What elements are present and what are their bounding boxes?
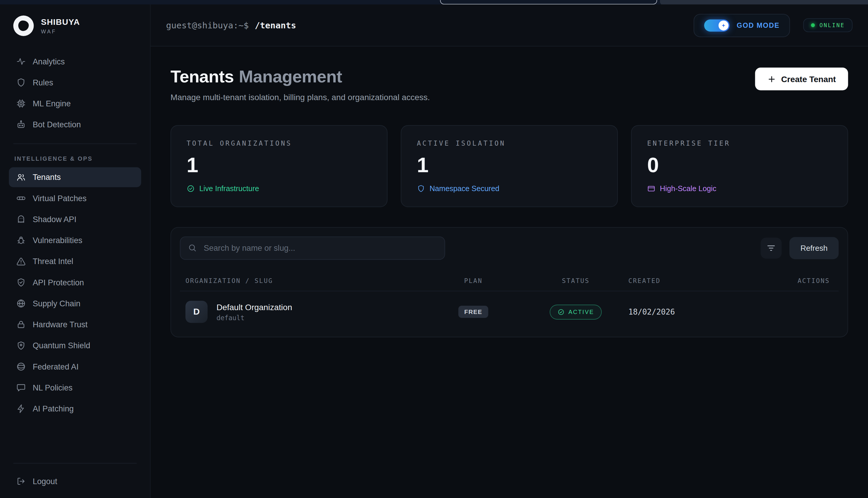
sidebar-item-label: Bot Detection [33, 120, 81, 129]
bandage-icon [16, 193, 26, 203]
online-label: ONLINE [819, 22, 845, 28]
sidebar-item-label: Federated AI [33, 362, 79, 371]
sparkle-icon [721, 23, 726, 28]
sidebar-item-label: Analytics [33, 57, 65, 66]
create-tenant-button[interactable]: Create Tenant [755, 68, 848, 90]
sidebar-item-ai-patching[interactable]: AI Patching [9, 399, 141, 419]
sidebar-divider [13, 463, 137, 464]
stat-value: 1 [187, 155, 371, 175]
sidebar-item-federated-ai[interactable]: Federated AI [9, 357, 141, 377]
globe-icon [16, 299, 26, 309]
sidebar-item-tenants[interactable]: Tenants [9, 167, 141, 187]
sidebar-item-label: Supply Chain [33, 299, 81, 308]
sidebar-item-vulnerabilities[interactable]: Vulnerabilities [9, 231, 141, 250]
created-date: 18/02/2026 [628, 307, 772, 316]
sidebar-item-quantum-shield[interactable]: Quantum Shield [9, 336, 141, 356]
terminal-prompt: guest@shibuya:~$ [166, 20, 249, 30]
stat-footer: High-Scale Logic [660, 185, 716, 193]
stat-footer: Live Infrastructure [199, 185, 259, 193]
alert-triangle-icon [16, 257, 26, 266]
logo-blob [18, 21, 29, 31]
sidebar-item-hardware-trust[interactable]: Hardware Trust [9, 315, 141, 335]
brand-subtitle: WAF [41, 28, 80, 34]
browser-chrome-artifact [440, 0, 657, 4]
status-badge: ACTIVE [550, 304, 602, 319]
brand-name: SHIBUYA [41, 17, 80, 27]
stat-card-total-organizations: TOTAL ORGANIZATIONS 1 Live Infrastructur… [171, 125, 388, 207]
message-icon [16, 383, 26, 393]
search-icon [188, 243, 197, 252]
page-subtitle: Manage multi-tenant isolation, billing p… [171, 92, 430, 102]
stat-label: ACTIVE ISOLATION [417, 140, 602, 147]
stat-card-enterprise-tier: ENTERPRISE TIER 0 High-Scale Logic [631, 125, 848, 207]
sidebar-nav-ops: Tenants Virtual Patches Shadow API Vulne… [0, 166, 150, 420]
online-dot [811, 23, 815, 27]
sidebar-item-label: Quantum Shield [33, 341, 90, 350]
terminal-path: /tenants [255, 20, 296, 30]
shield-dot-icon [16, 341, 26, 351]
check-circle-icon [187, 185, 195, 193]
online-status-badge: ONLINE [803, 18, 852, 32]
shield-icon [16, 78, 26, 88]
table-header: ORGANIZATION / SLUG PLAN STATUS CREATED … [180, 271, 839, 291]
sidebar-item-threat-intel[interactable]: Threat Intel [9, 251, 141, 272]
table-row[interactable]: D Default Organization default FREE ACTI… [180, 291, 839, 332]
stat-label: ENTERPRISE TIER [647, 140, 832, 147]
refresh-button[interactable]: Refresh [789, 237, 839, 259]
status-label: ACTIVE [568, 309, 594, 315]
avatar: D [185, 301, 208, 323]
sidebar-item-supply-chain[interactable]: Supply Chain [9, 293, 141, 314]
sidebar-item-label: Shadow API [33, 215, 77, 224]
search-field [180, 237, 445, 260]
sidebar-item-label: Rules [33, 78, 53, 87]
sidebar-item-analytics[interactable]: Analytics [9, 51, 141, 71]
sidebar-item-rules[interactable]: Rules [9, 73, 141, 93]
activity-icon [16, 56, 26, 66]
logout-icon [16, 476, 26, 486]
robot-icon [16, 120, 26, 130]
users-icon [16, 172, 26, 182]
sidebar-section-label: INTELLIGENCE & OPS [0, 152, 150, 166]
zap-icon [16, 404, 26, 414]
search-input[interactable] [180, 237, 445, 260]
sidebar: SHIBUYA WAF Analytics Rules ML Engine [0, 4, 150, 498]
god-mode-toggle[interactable]: GOD MODE [694, 14, 790, 37]
browser-chrome-artifact [660, 0, 868, 4]
sidebar-item-label: NL Policies [33, 383, 72, 392]
main-content: TenantsManagement Manage multi-tenant is… [150, 47, 868, 498]
page-title: TenantsManagement [171, 68, 430, 87]
sidebar-item-bot-detection[interactable]: Bot Detection [9, 115, 141, 135]
column-header-organization: ORGANIZATION / SLUG [185, 277, 423, 285]
stat-value: 1 [417, 155, 602, 175]
sidebar-item-api-protection[interactable]: API Protection [9, 273, 141, 293]
browser-chrome-strip [0, 0, 868, 4]
create-tenant-label: Create Tenant [781, 74, 836, 83]
shield-check-icon [16, 277, 26, 287]
sidebar-item-nl-policies[interactable]: NL Policies [9, 378, 141, 398]
logout-button[interactable]: Logout [9, 471, 141, 492]
sidebar-item-shadow-api[interactable]: Shadow API [9, 209, 141, 230]
toggle-knob [718, 20, 729, 30]
sidebar-item-ml-engine[interactable]: ML Engine [9, 94, 141, 114]
sidebar-item-virtual-patches[interactable]: Virtual Patches [9, 188, 141, 209]
column-header-actions: ACTIONS [798, 277, 833, 285]
plus-icon [767, 75, 776, 83]
sidebar-item-label: API Protection [33, 278, 84, 287]
filter-icon [766, 243, 776, 253]
bug-icon [16, 235, 26, 246]
sidebar-item-label: ML Engine [33, 99, 71, 108]
topbar: guest@shibuya:~$ /tenants GOD MODE [150, 4, 868, 47]
page-title-secondary: Management [239, 67, 342, 87]
app-root: SHIBUYA WAF Analytics Rules ML Engine [0, 0, 868, 498]
plan-badge: FREE [458, 306, 488, 318]
stat-label: TOTAL ORGANIZATIONS [187, 140, 371, 147]
shield-icon [417, 185, 425, 193]
sidebar-item-label: Virtual Patches [33, 194, 86, 202]
column-header-created: CREATED [628, 277, 772, 285]
cpu-icon [16, 99, 26, 109]
planet-icon [16, 362, 26, 371]
lock-icon [16, 319, 26, 330]
toggle-switch[interactable] [704, 19, 730, 31]
ghost-icon [16, 214, 26, 224]
filter-button[interactable] [761, 238, 782, 259]
